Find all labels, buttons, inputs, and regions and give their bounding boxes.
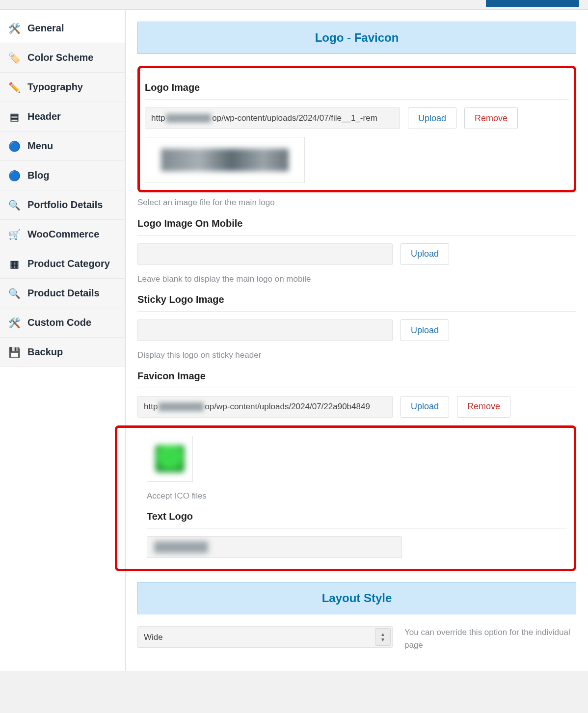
circle-icon: 🔵	[9, 141, 20, 152]
logo-mobile-input[interactable]	[137, 243, 393, 265]
sidebar-item-blog[interactable]: 🔵 Blog	[0, 161, 125, 190]
field-label-logo-mobile: Logo Image On Mobile	[137, 218, 576, 229]
favicon-preview	[147, 436, 193, 482]
sidebar-item-label: Blog	[27, 170, 49, 181]
circle-icon: 🔵	[9, 170, 20, 181]
magnify-icon: 🔍	[9, 288, 20, 299]
highlight-logo-image: Logo Image httpop/wp-content/uploads/202…	[137, 66, 576, 192]
sidebar-item-custom-code[interactable]: 🛠️ Custom Code	[0, 308, 125, 338]
sidebar-item-portfolio-details[interactable]: 🔍 Portfolio Details	[0, 190, 125, 220]
upload-button[interactable]: Upload	[401, 319, 449, 341]
tools-icon: 🛠️	[9, 317, 20, 328]
sidebar-item-label: Product Category	[27, 258, 110, 269]
logo-image-preview	[145, 137, 305, 183]
text-logo-input[interactable]	[147, 536, 402, 558]
grid-icon: ▦	[9, 259, 20, 269]
redacted-host	[159, 402, 204, 411]
layout-select[interactable]: Wide	[137, 626, 393, 648]
sidebar-item-label: WooCommerce	[27, 229, 99, 240]
sidebar-item-header[interactable]: ▤ Header	[0, 102, 125, 132]
sidebar-item-menu[interactable]: 🔵 Menu	[0, 132, 125, 161]
highlight-favicon-textlogo: Accept ICO files Text Logo	[115, 425, 576, 572]
sidebar-item-label: Custom Code	[27, 317, 91, 328]
upload-button[interactable]: Upload	[408, 107, 456, 129]
sidebar-item-typography[interactable]: ✏️ Typography	[0, 73, 125, 102]
main-panel: Logo - Favicon Logo Image httpop/wp-cont…	[125, 10, 588, 671]
sidebar-item-label: General	[27, 23, 64, 34]
magnify-icon: 🔍	[9, 200, 20, 211]
sidebar-item-label: Color Scheme	[27, 52, 93, 63]
field-label-logo-image: Logo Image	[145, 82, 569, 93]
sidebar-item-label: Typography	[27, 81, 83, 93]
sidebar-item-general[interactable]: 🛠️ General	[0, 14, 125, 43]
sidebar-item-label: Product Details	[27, 288, 100, 299]
sticky-logo-desc: Display this logo on sticky header	[137, 349, 393, 362]
logo-image-url-input[interactable]: httpop/wp-content/uploads/2024/07/file__…	[145, 107, 400, 129]
sidebar-item-product-category[interactable]: ▦ Product Category	[0, 249, 125, 279]
sidebar-item-woocommerce[interactable]: 🛒 WooCommerce	[0, 220, 125, 249]
topbar-action-strip[interactable]	[486, 0, 579, 7]
select-arrows-icon: ▲▼	[375, 628, 391, 646]
logo-mobile-desc: Leave blank to display the main logo on …	[137, 273, 393, 286]
redacted-host	[166, 114, 211, 123]
topbar	[0, 0, 588, 10]
favicon-preview-blurred	[155, 445, 185, 473]
remove-button[interactable]: Remove	[457, 396, 510, 418]
field-label-text-logo: Text Logo	[147, 511, 567, 522]
favicon-url-input[interactable]: httpop/wp-content/uploads/2024/07/22a90b…	[137, 396, 393, 418]
cart-icon: 🛒	[9, 229, 20, 240]
sidebar-item-color-scheme[interactable]: 🏷️ Color Scheme	[0, 43, 125, 73]
logo-image-desc: Select an image file for the main logo	[137, 196, 393, 209]
settings-sidebar: 🛠️ General 🏷️ Color Scheme ✏️ Typography…	[0, 10, 125, 671]
field-label-sticky-logo: Sticky Logo Image	[137, 294, 576, 305]
pencil-icon: ✏️	[9, 82, 20, 93]
rows-icon: ▤	[9, 111, 20, 122]
disk-icon: 💾	[9, 347, 20, 358]
tools-icon: 🛠️	[9, 23, 20, 34]
upload-button[interactable]: Upload	[401, 243, 449, 265]
sticky-logo-input[interactable]	[137, 319, 393, 341]
layout-desc: You can override this option for the ind…	[404, 626, 571, 651]
sidebar-item-label: Menu	[27, 140, 53, 152]
section-banner-logo-favicon: Logo - Favicon	[137, 22, 576, 54]
upload-button[interactable]: Upload	[401, 396, 449, 418]
sidebar-item-backup[interactable]: 💾 Backup	[0, 338, 125, 367]
logo-preview-blurred	[161, 149, 289, 171]
favicon-desc: Accept ICO files	[147, 490, 402, 502]
tag-icon: 🏷️	[9, 53, 20, 63]
text-logo-blurred	[154, 541, 208, 553]
sidebar-item-label: Backup	[27, 346, 63, 358]
sidebar-item-label: Portfolio Details	[27, 199, 103, 211]
sidebar-item-product-details[interactable]: 🔍 Product Details	[0, 279, 125, 308]
remove-button[interactable]: Remove	[464, 107, 518, 129]
field-label-favicon: Favicon Image	[137, 370, 576, 382]
sidebar-item-label: Header	[27, 111, 61, 122]
section-banner-layout-style: Layout Style	[137, 582, 576, 614]
